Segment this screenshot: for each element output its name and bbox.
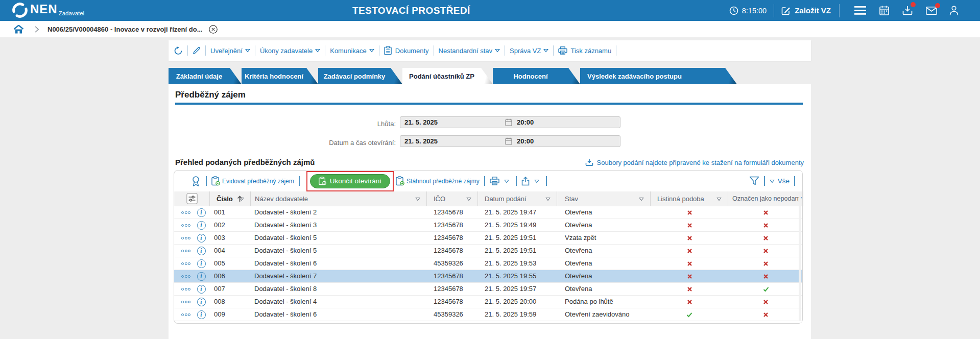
sort-caret-icon[interactable] — [466, 197, 471, 201]
cross-icon — [763, 299, 769, 305]
medal-icon[interactable] — [190, 176, 201, 187]
cell-nazev: Dodavatel - školení 6 — [251, 257, 427, 270]
sort-caret-icon[interactable] — [545, 197, 551, 201]
cross-icon — [687, 248, 692, 254]
header-col-5[interactable]: Listinná podoba — [651, 191, 728, 206]
tab-3[interactable]: Podání účastníků ZP — [402, 68, 481, 84]
cell-cislo: 008 — [210, 296, 251, 308]
tab-1[interactable]: Kritéria hodnocení — [242, 68, 306, 84]
table-row-007[interactable]: i007Dodavatel - školení 81234567821. 5. … — [174, 283, 802, 296]
sort-caret-icon[interactable] — [239, 197, 244, 201]
sort-caret-icon[interactable] — [716, 197, 722, 201]
otevirani-date-value: 21. 5. 2025 — [404, 136, 438, 147]
close-tab-icon[interactable] — [209, 25, 218, 34]
scrollbar[interactable] — [799, 192, 801, 321]
row-menu-icon[interactable] — [181, 250, 192, 252]
table-row-003[interactable]: i003Dodavatel - školení 51234567821. 5. … — [174, 232, 802, 245]
menu-item-6[interactable]: Tisk záznamu — [558, 46, 611, 55]
row-menu-icon[interactable] — [181, 262, 192, 265]
header-col-6[interactable]: Označen jako nepodaný — [728, 191, 803, 206]
table-row-009[interactable]: i009Dodavatel - školení 64535932621. 5. … — [174, 308, 802, 321]
menu-item-0[interactable]: Uveřejnění — [210, 47, 250, 55]
column-settings-icon[interactable] — [186, 193, 198, 204]
cell-datum: 21. 5. 2025 19:51 — [478, 232, 557, 244]
header-col-0[interactable]: Číslo — [210, 191, 251, 206]
info-icon[interactable]: i — [197, 221, 206, 230]
cell-nepodany — [728, 219, 803, 231]
cross-icon — [687, 223, 692, 228]
export-button[interactable] — [521, 177, 541, 186]
info-icon[interactable]: i — [197, 259, 206, 268]
table-row-006[interactable]: i006Dodavatel - školení 71234567821. 5. … — [174, 270, 802, 283]
stahnout-button[interactable]: Stáhnout předběžné zájmy — [396, 176, 480, 186]
row-menu-icon[interactable] — [181, 211, 192, 214]
row-menu-icon[interactable] — [181, 237, 192, 239]
printer-icon — [490, 177, 499, 185]
tab-4[interactable]: Hodnocení — [493, 68, 568, 84]
row-menu-icon[interactable] — [181, 313, 192, 316]
caret-down-icon — [504, 179, 509, 183]
menu-item-5[interactable]: Správa VZ — [510, 47, 548, 55]
download-note-link[interactable]: Soubory podání najdete připravené ke sta… — [585, 158, 804, 166]
table-row-008[interactable]: i008Dodavatel - školení 41234567821. 5. … — [174, 296, 802, 308]
cell-nazev: Dodavatel - školení 3 — [251, 219, 427, 231]
caret-down-icon[interactable] — [770, 179, 775, 183]
nen-logo[interactable]: NEN Zadavatel — [11, 2, 84, 19]
menu-item-4[interactable]: Nestandardní stav — [439, 47, 500, 55]
sort-caret-icon[interactable] — [639, 197, 644, 201]
row-menu-icon[interactable] — [181, 224, 192, 227]
refresh-icon[interactable] — [174, 46, 183, 55]
info-icon[interactable]: i — [197, 247, 206, 255]
menu-item-3[interactable]: Dokumenty — [384, 46, 429, 55]
info-icon[interactable]: i — [197, 285, 206, 294]
calendar-icon[interactable] — [879, 6, 889, 15]
cell-datum: 21. 5. 2025 19:49 — [478, 219, 557, 231]
cross-icon — [763, 261, 769, 267]
user-icon[interactable] — [949, 6, 959, 15]
session-time: 8:15:00 — [742, 7, 767, 15]
table-row-005[interactable]: i005Dodavatel - školení 64535932621. 5. … — [174, 257, 802, 270]
info-icon[interactable]: i — [197, 310, 206, 319]
tab-2[interactable]: Zadávací podmínky — [318, 68, 391, 84]
tab-5[interactable]: Výsledek zadávacího postupu — [580, 68, 725, 84]
header-col-2[interactable]: IČO — [427, 191, 478, 206]
table-row-001[interactable]: i001Dodavatel - školení 21234567821. 5. … — [174, 206, 802, 219]
header-col-3[interactable]: Datum podání — [478, 191, 557, 206]
print-table-button[interactable] — [490, 177, 511, 185]
filter-vse-label[interactable]: Vše — [778, 177, 790, 185]
table-row-004[interactable]: i004Dodavatel - školení 51234567821. 5. … — [174, 245, 802, 257]
create-vz-button[interactable]: Založit VZ — [781, 6, 831, 15]
filter-icon[interactable] — [749, 176, 759, 186]
cell-nepodany — [728, 296, 803, 308]
home-icon[interactable] — [14, 25, 23, 34]
header-col-4[interactable]: Stav — [557, 191, 651, 206]
header-col-1[interactable]: Název dodavatele — [251, 191, 427, 206]
cell-cislo: 009 — [210, 308, 251, 321]
divider — [205, 45, 206, 56]
table-row-002[interactable]: i002Dodavatel - školení 31234567821. 5. … — [174, 219, 802, 232]
info-icon[interactable]: i — [197, 234, 206, 243]
messages-button[interactable] — [926, 7, 937, 15]
tab-0[interactable]: Základní údaje — [169, 68, 230, 84]
ukoncit-oteviranf-button[interactable]: Ukončit otevírání — [310, 174, 390, 188]
otevirani-field[interactable]: 21. 5. 2025 20:00 — [400, 135, 620, 147]
record-tabs: Základní údajeKritéria hodnoceníZadávací… — [169, 68, 737, 84]
downloads-button[interactable] — [902, 6, 913, 15]
menu-icon[interactable] — [854, 6, 866, 15]
info-icon[interactable]: i — [197, 208, 206, 217]
cell-ico: 12345678 — [427, 296, 478, 308]
menu-item-1[interactable]: Úkony zadavatele — [260, 47, 320, 55]
menu-item-2[interactable]: Komunikace — [330, 47, 374, 55]
evidovat-button[interactable]: Evidovat předběžný zájem — [211, 176, 294, 186]
notification-badge — [911, 2, 916, 7]
row-menu-icon[interactable] — [181, 275, 192, 278]
sort-caret-icon[interactable] — [415, 197, 420, 201]
pencil-icon[interactable] — [193, 46, 201, 55]
row-menu-icon[interactable] — [181, 301, 192, 303]
info-icon[interactable]: i — [197, 272, 206, 281]
lhuta-field[interactable]: 21. 5. 2025 20:00 — [400, 116, 620, 128]
info-icon[interactable]: i — [197, 298, 206, 306]
cross-icon — [763, 248, 769, 254]
row-menu-icon[interactable] — [181, 288, 192, 290]
breadcrumb-title[interactable]: N006/25/V00004860 - Inovace v rozvoji ří… — [47, 26, 202, 33]
